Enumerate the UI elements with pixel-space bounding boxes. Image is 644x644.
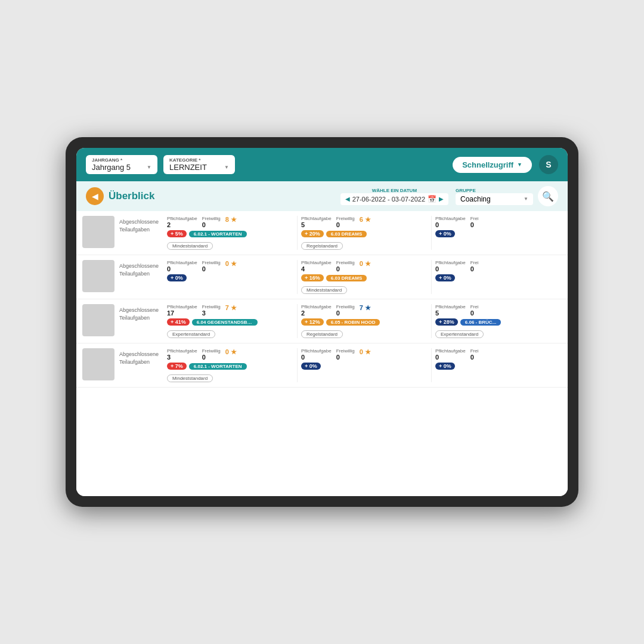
- column-divider: [297, 260, 298, 294]
- percent-badge: + 7%: [167, 363, 187, 370]
- standard-badge: Mindeststandard: [167, 242, 213, 250]
- gruppe-group: GRUPPE Coaching: [456, 188, 533, 205]
- task-header-row: Pflichtaufgabe2Freiwillig08 ★: [167, 216, 293, 228]
- date-prev-button[interactable]: ◀: [345, 196, 350, 202]
- back-button[interactable]: ◀: [86, 187, 104, 205]
- frei-col: Freiwillig0: [202, 216, 221, 228]
- date-value: 27-06-2022 - 03-07-2022: [352, 196, 425, 203]
- kategorie-dropdown[interactable]: KATEGORIE * LERNZEIT: [163, 155, 235, 174]
- pflicht-col: Pflichtaufgabe0: [435, 348, 466, 361]
- standard-badge: Regelstandard: [301, 330, 343, 338]
- gruppe-label: GRUPPE: [456, 188, 533, 193]
- percent-badge: + 28%: [435, 318, 458, 326]
- subject-badge: 6.02.1 - WORTARTEN: [189, 363, 247, 370]
- page-title: Überblick: [109, 190, 154, 202]
- column-divider: [297, 348, 298, 382]
- progress-row: + 0%: [435, 230, 562, 237]
- task-block: Pflichtaufgabe0Frei0+ 0%: [435, 216, 562, 250]
- kategorie-value: LERNZEIT: [169, 163, 229, 172]
- pflicht-col: Pflichtaufgabe0: [435, 260, 466, 273]
- task-header-row: Pflichtaufgabe4Freiwillig00 ★: [301, 260, 428, 273]
- star-col: 0 ★: [225, 260, 237, 273]
- task-block: Pflichtaufgabe0Freiwillig00 ★+ 0%: [167, 260, 293, 294]
- calendar-icon[interactable]: 📅: [428, 195, 436, 203]
- main-content: Abgeschlossene TeilaufgabenPflichtaufgab…: [76, 211, 568, 496]
- percent-badge: + 0%: [435, 230, 455, 237]
- tasks-area: Pflichtaufgabe3Freiwillig00 ★+ 7%6.02.1 …: [167, 348, 562, 382]
- frei-col: Freiwillig0: [202, 260, 221, 273]
- progress-row: + 7%6.02.1 - WORTARTEN: [167, 363, 293, 370]
- standard-badge: Regelstandard: [301, 242, 343, 250]
- subject-badge: 6.03 DREAMS: [326, 231, 367, 237]
- user-avatar: S: [539, 155, 558, 174]
- date-controls: ◀ 27-06-2022 - 03-07-2022 📅 ▶: [340, 193, 448, 205]
- frei-col: Freiwillig0: [336, 348, 355, 361]
- progress-row: + 12%6.05 - ROBIN HOOD: [301, 318, 428, 326]
- subject-badge: 6.03 DREAMS: [326, 275, 367, 281]
- frei-col: Frei0: [470, 348, 479, 361]
- star-col: 0 ★: [225, 348, 237, 361]
- date-next-button[interactable]: ▶: [439, 196, 444, 202]
- task-header-row: Pflichtaufgabe0Frei0: [435, 216, 562, 228]
- frei-col: Freiwillig3: [202, 304, 221, 317]
- table-row: Abgeschlossene TeilaufgabenPflichtaufgab…: [76, 211, 568, 255]
- avatar: [82, 348, 114, 380]
- column-divider: [297, 216, 298, 250]
- percent-badge: + 0%: [435, 274, 455, 281]
- app-header: JAHRGANG * Jahrgang 5 KATEGORIE * LERNZE…: [76, 148, 568, 181]
- pflicht-col: Pflichtaufgabe0: [301, 348, 332, 361]
- task-block: Pflichtaufgabe0Freiwillig00 ★+ 0%: [301, 348, 428, 382]
- star-col: 0 ★: [360, 260, 371, 273]
- header-dropdowns: JAHRGANG * Jahrgang 5 KATEGORIE * LERNZE…: [86, 155, 445, 174]
- percent-badge: + 0%: [435, 363, 455, 370]
- subject-badge: 6.02.1 - WORTARTEN: [189, 231, 247, 237]
- task-header-row: Pflichtaufgabe5Frei0: [435, 304, 562, 317]
- progress-row: + 28%6.06 - BRÜC...: [435, 318, 562, 326]
- standard-badge: Expertenstandard: [435, 330, 484, 338]
- column-divider: [297, 304, 298, 338]
- task-block: Pflichtaufgabe4Freiwillig00 ★+ 16%6.03 D…: [301, 260, 428, 294]
- frei-col: Frei0: [470, 304, 479, 317]
- back-icon: ◀: [92, 191, 98, 201]
- task-block: Pflichtaufgabe5Freiwillig06 ★+ 20%6.03 D…: [301, 216, 428, 250]
- date-label: WÄHLE EIN DATUM: [372, 188, 417, 193]
- pflicht-col: Pflichtaufgabe0: [435, 216, 466, 228]
- progress-row: + 41%6.04 GEGENSTANDSBESCHR...: [167, 318, 293, 326]
- pflicht-col: Pflichtaufgabe17: [167, 304, 197, 317]
- star-col: 7 ★: [225, 304, 237, 317]
- task-block: Pflichtaufgabe2Freiwillig07 ★+ 12%6.05 -…: [301, 304, 428, 338]
- subheader-right: WÄHLE EIN DATUM ◀ 27-06-2022 - 03-07-202…: [340, 186, 558, 206]
- kategorie-label: KATEGORIE *: [169, 157, 229, 163]
- frei-col: Freiwillig0: [336, 260, 355, 273]
- schnellzugriff-button[interactable]: Schnellzugriff: [453, 157, 532, 173]
- standard-badge: Mindeststandard: [301, 286, 347, 294]
- frei-col: Freiwillig0: [202, 348, 221, 361]
- date-selector: WÄHLE EIN DATUM ◀ 27-06-2022 - 03-07-202…: [340, 188, 448, 205]
- task-header-row: Pflichtaufgabe0Frei0: [435, 348, 562, 361]
- subheader: ◀ Überblick WÄHLE EIN DATUM ◀ 27-06-2022…: [76, 181, 568, 211]
- tablet-screen: JAHRGANG * Jahrgang 5 KATEGORIE * LERNZE…: [76, 148, 568, 496]
- jahrgang-dropdown[interactable]: JAHRGANG * Jahrgang 5: [86, 155, 157, 174]
- row-info: Abgeschlossene Teilaufgaben: [119, 348, 162, 366]
- standard-badge: Expertenstandard: [167, 330, 215, 338]
- frei-col: Frei0: [470, 260, 479, 273]
- progress-row: + 0%: [167, 274, 293, 281]
- subject-badge: 6.05 - ROBIN HOOD: [326, 319, 380, 326]
- frei-col: Freiwillig0: [336, 216, 355, 228]
- percent-badge: + 20%: [301, 230, 324, 237]
- jahrgang-label: JAHRGANG *: [92, 157, 151, 163]
- task-block: Pflichtaufgabe0Frei0+ 0%: [435, 260, 562, 294]
- progress-row: + 5%6.02.1 - WORTARTEN: [167, 230, 293, 237]
- frei-col: Freiwillig0: [336, 304, 355, 317]
- percent-badge: + 12%: [301, 318, 324, 326]
- table-row: Abgeschlossene TeilaufgabenPflichtaufgab…: [76, 255, 568, 299]
- task-header-row: Pflichtaufgabe0Freiwillig00 ★: [301, 348, 428, 361]
- pflicht-col: Pflichtaufgabe2: [167, 216, 197, 228]
- task-header-row: Pflichtaufgabe5Freiwillig06 ★: [301, 216, 428, 228]
- gruppe-dropdown[interactable]: Coaching: [456, 193, 533, 205]
- search-button[interactable]: 🔍: [538, 186, 558, 206]
- tasks-area: Pflichtaufgabe0Freiwillig00 ★+ 0%Pflicht…: [167, 260, 562, 294]
- subject-badge: 6.04 GEGENSTANDSBESCHR...: [192, 319, 258, 326]
- pflicht-col: Pflichtaufgabe3: [167, 348, 197, 361]
- avatar: [82, 304, 114, 336]
